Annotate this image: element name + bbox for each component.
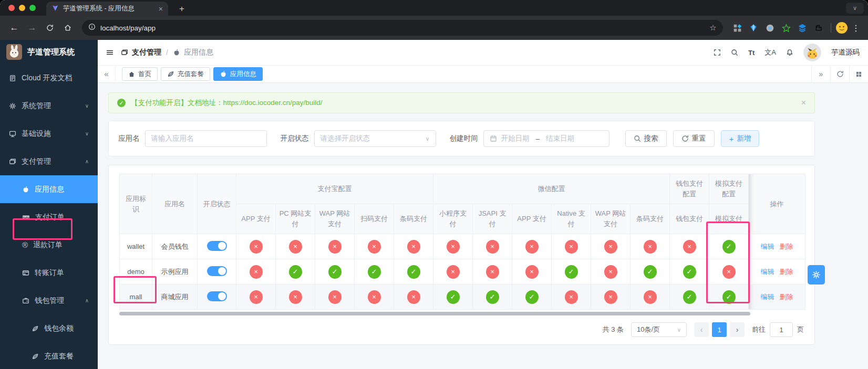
cell-pay-status: × xyxy=(276,234,315,259)
search-icon[interactable] xyxy=(731,49,738,56)
sidebar-item-refund-order[interactable]: ®退款订单 xyxy=(0,231,98,259)
status-disabled-icon: × xyxy=(604,265,617,279)
font-size-icon[interactable]: Tt xyxy=(748,49,755,57)
tab-search-button[interactable]: ∨ xyxy=(846,3,864,14)
tag-home[interactable]: 首页 xyxy=(122,67,158,81)
layout-grid-icon[interactable] xyxy=(849,66,868,83)
tags-collapse-left-icon[interactable]: « xyxy=(98,65,116,83)
goto-page: 前往 1 页 xyxy=(752,322,804,337)
close-tab-icon[interactable]: × xyxy=(159,5,163,13)
edit-link[interactable]: 编辑 xyxy=(761,293,774,301)
tags-collapse-right-icon[interactable]: » xyxy=(811,66,830,83)
extension-layers-icon[interactable] xyxy=(798,23,807,33)
enabled-toggle[interactable] xyxy=(207,241,227,251)
sidebar-item-label: 应用信息 xyxy=(35,185,64,194)
refresh-page-icon[interactable] xyxy=(830,66,849,83)
sidebar-item-payment-mgmt[interactable]: 支付管理∧ xyxy=(0,147,98,175)
notification-bell-icon[interactable] xyxy=(786,49,793,56)
address-bar[interactable]: localhost/pay/app ☆ xyxy=(82,20,723,36)
url-text[interactable]: localhost/pay/app xyxy=(100,24,701,32)
back-icon[interactable]: ← xyxy=(6,20,22,36)
sidebar-item-infrastructure[interactable]: 基础设施∨ xyxy=(0,120,98,147)
bookmark-star-icon[interactable]: ☆ xyxy=(706,23,720,33)
enabled-toggle[interactable] xyxy=(207,291,227,301)
page-size-value: 10条/页 xyxy=(637,325,660,334)
user-avatar[interactable] xyxy=(803,44,821,61)
svg-text:PayPal: PayPal xyxy=(23,217,29,219)
tagbar-actions: » xyxy=(811,66,868,83)
forward-icon[interactable]: → xyxy=(24,20,40,36)
browser-menu-icon[interactable]: ⋮ xyxy=(850,23,862,33)
cell-pay-status: × xyxy=(473,259,512,284)
status-enabled-icon: ✓ xyxy=(722,240,736,254)
status-enabled-icon: ✓ xyxy=(368,265,381,279)
goto-page-input[interactable]: 1 xyxy=(770,322,793,337)
delete-link[interactable]: 删除 xyxy=(780,268,793,276)
page-size-select[interactable]: 10条/页 ∨ xyxy=(631,322,687,337)
status-disabled-icon: × xyxy=(486,265,499,279)
search-button[interactable]: 搜索 xyxy=(625,130,667,147)
new-tab-button[interactable]: + xyxy=(175,4,188,14)
cell-actions: 编辑删除 xyxy=(749,259,805,284)
next-page-button[interactable]: › xyxy=(730,322,745,337)
date-range-input[interactable]: 开始日期 – 结束日期 xyxy=(483,130,609,147)
sidebar-item-cloud-docs[interactable]: Cloud 开发文档 xyxy=(0,64,98,92)
reload-icon[interactable] xyxy=(42,20,58,36)
tag-recharge-package[interactable]: 充值套餐 xyxy=(161,67,210,81)
sidebar-item-transfer-order[interactable]: 转账订单 xyxy=(0,259,98,287)
sidebar-item-wallet-balance[interactable]: 钱包余额 xyxy=(0,314,98,342)
sidebar-item-wallet-mgmt[interactable]: 钱包管理∧ xyxy=(0,287,98,314)
extension-balloon-icon[interactable] xyxy=(749,23,758,33)
macos-traffic-lights[interactable] xyxy=(8,5,36,11)
sidebar-item-label: 转账订单 xyxy=(35,268,64,278)
site-info-icon[interactable] xyxy=(88,23,96,33)
minimize-window-button[interactable] xyxy=(19,5,25,11)
breadcrumb-item[interactable]: 支付管理 xyxy=(132,48,161,57)
status-disabled-icon: × xyxy=(644,240,657,254)
prev-page-button[interactable]: ‹ xyxy=(694,322,709,337)
status-disabled-icon: × xyxy=(683,240,696,254)
delete-link[interactable]: 删除 xyxy=(780,243,793,250)
sidebar-item-app-info[interactable]: 应用信息 xyxy=(0,175,98,203)
cell-actions: 编辑删除 xyxy=(749,284,805,310)
current-page-button[interactable]: 1 xyxy=(712,322,727,337)
horizontal-scrollbar[interactable] xyxy=(119,311,805,316)
app-table: 应用标识应用名开启状态支付宝配置微信配置钱包支付配置模拟支付配置操作APP 支付… xyxy=(119,174,805,310)
sidebar-item-recharge-package[interactable]: 充值套餐 xyxy=(0,342,98,369)
add-button[interactable]: + 新增 xyxy=(721,130,760,147)
browser-profile-avatar[interactable] xyxy=(835,22,848,34)
status-disabled-icon: × xyxy=(407,290,420,304)
reset-button[interactable]: 重置 xyxy=(673,130,715,147)
edit-link[interactable]: 编辑 xyxy=(761,268,774,276)
sidebar-logo[interactable]: 芋道管理系统 xyxy=(0,40,98,64)
sidebar-item-pay-order[interactable]: PayPal支付订单 xyxy=(0,203,98,231)
settings-gear-fab[interactable] xyxy=(808,265,825,284)
cell-pay-status: × xyxy=(591,259,631,284)
user-name[interactable]: 芋道源码 xyxy=(831,48,860,57)
fullscreen-icon[interactable] xyxy=(714,49,721,56)
extension-star-icon[interactable] xyxy=(781,23,791,33)
sidebar-item-label: 支付订单 xyxy=(35,213,65,222)
enabled-toggle[interactable] xyxy=(207,266,227,276)
extension-circle-icon[interactable] xyxy=(765,23,774,33)
scrollbar-thumb[interactable] xyxy=(119,312,750,315)
table-row-wallet: wallet会员钱包××××××××××××✓编辑删除 xyxy=(120,234,805,259)
extensions-puzzle-icon[interactable] xyxy=(814,23,823,33)
home-icon[interactable] xyxy=(60,20,76,36)
hamburger-menu-icon[interactable] xyxy=(106,49,113,56)
tag-app-info[interactable]: 应用信息 xyxy=(213,67,263,81)
edit-link[interactable]: 编辑 xyxy=(761,243,774,250)
browser-tab[interactable]: 芋道管理系统 - 应用信息 × xyxy=(46,2,168,16)
zoom-window-button[interactable] xyxy=(29,5,36,11)
alert-close-icon[interactable]: × xyxy=(801,98,806,108)
translate-icon[interactable]: 文A xyxy=(764,48,776,57)
col-subheader-0-0: APP 支付 xyxy=(236,204,276,234)
delete-link[interactable]: 删除 xyxy=(780,293,793,301)
close-window-button[interactable] xyxy=(8,5,15,11)
col-subheader-2-0: 钱包支付 xyxy=(670,204,709,234)
app-name-input[interactable]: 请输入应用名 xyxy=(145,130,267,147)
status-enabled-icon: ✓ xyxy=(683,290,696,304)
extension-grid-icon[interactable] xyxy=(732,23,742,33)
status-select[interactable]: 请选择开启状态 ∨ xyxy=(314,130,436,147)
sidebar-item-system-mgmt[interactable]: 系统管理∨ xyxy=(0,92,98,120)
